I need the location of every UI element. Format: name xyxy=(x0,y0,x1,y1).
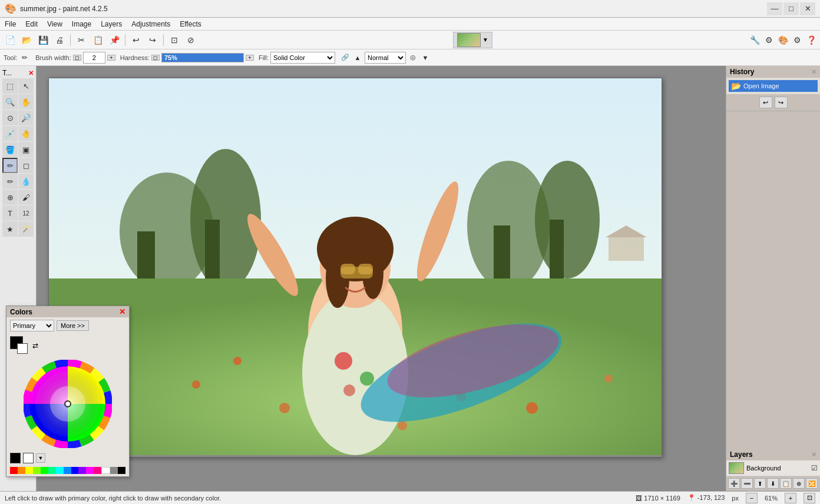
menu-edit[interactable]: Edit xyxy=(21,19,42,29)
tab-dropdown-arrow[interactable]: ▼ xyxy=(482,37,488,43)
palette-violet[interactable] xyxy=(78,467,86,474)
recolor-tool[interactable]: 🖌 xyxy=(18,190,34,205)
help-icon[interactable]: ❓ xyxy=(805,34,818,47)
menu-layers[interactable]: Layers xyxy=(96,19,127,29)
wand-tool[interactable]: 🪄 xyxy=(18,221,34,237)
move-layer-up-button[interactable]: ⬆ xyxy=(754,478,766,489)
duplicate-layer-button[interactable]: 📋 xyxy=(780,478,792,489)
history-close-button[interactable]: ✕ xyxy=(811,68,816,76)
text-tool[interactable]: T xyxy=(2,205,18,221)
palette-magenta[interactable] xyxy=(86,467,94,474)
current-tool-icon[interactable]: ✏ xyxy=(19,52,31,64)
paint-bucket-tool[interactable]: 🪣 xyxy=(2,142,18,157)
history-undo-button[interactable]: ↩ xyxy=(759,97,772,108)
swatch-dropdown[interactable]: ▼ xyxy=(36,453,45,463)
palette-black2[interactable] xyxy=(118,467,125,474)
toolbox-close-button[interactable]: ✕ xyxy=(28,69,34,77)
brush-width-input[interactable] xyxy=(83,52,105,64)
redo-button[interactable]: ↪ xyxy=(145,32,160,48)
colors-close-button[interactable]: ✕ xyxy=(119,307,125,316)
minimize-button[interactable]: — xyxy=(767,2,782,15)
clone-stamp-tool[interactable]: ⊕ xyxy=(2,190,18,205)
window-close-button[interactable]: ✕ xyxy=(800,2,815,15)
flatten-button[interactable]: 🔀 xyxy=(806,478,818,489)
menu-adjustments[interactable]: Adjustments xyxy=(127,19,175,29)
color-picker-tool[interactable]: 💉 xyxy=(2,126,18,141)
menu-image[interactable]: Image xyxy=(67,19,96,29)
blend-icon-2[interactable]: ▲ xyxy=(352,52,363,63)
hardness-bar[interactable]: 75% xyxy=(161,53,244,62)
palette-yellow[interactable] xyxy=(25,467,33,474)
white-swatch[interactable] xyxy=(23,453,34,463)
delete-layer-button[interactable]: ➖ xyxy=(741,478,753,489)
deselect-button[interactable]: ⊘ xyxy=(183,32,199,48)
layer-visibility-check[interactable]: ☑ xyxy=(811,464,818,472)
shape-tool[interactable]: ★ xyxy=(2,221,18,237)
swap-colors-icon[interactable]: ⇄ xyxy=(32,341,38,350)
color-wheel[interactable] xyxy=(24,360,112,448)
gear-icon[interactable]: ⚙ xyxy=(791,34,804,47)
palette-azure[interactable] xyxy=(64,467,71,474)
zoom-increase-button[interactable]: + xyxy=(785,493,796,503)
cut-button[interactable]: ✂ xyxy=(74,32,89,48)
fill-selection-tool[interactable]: ▣ xyxy=(18,142,34,157)
colors-more-button[interactable]: More >> xyxy=(57,320,89,331)
blend-mode-select[interactable]: Normal Multiply Screen xyxy=(365,52,406,64)
paste-button[interactable]: 📌 xyxy=(107,32,122,48)
history-item-open-image[interactable]: 📂 Open Image xyxy=(729,80,818,92)
maximize-button[interactable]: □ xyxy=(783,2,799,15)
blend-dropdown[interactable]: ▼ xyxy=(420,52,431,63)
palette-spring[interactable] xyxy=(48,467,56,474)
menu-file[interactable]: File xyxy=(0,19,21,29)
black-swatch[interactable] xyxy=(10,453,21,463)
merge-layer-button[interactable]: ⊕ xyxy=(793,478,805,489)
layers-close-button[interactable]: ✕ xyxy=(811,451,816,459)
palette-gray[interactable] xyxy=(110,467,118,474)
save-button[interactable]: 💾 xyxy=(35,32,51,48)
eyedropper-tool[interactable]: 💧 xyxy=(18,174,34,189)
hardness-increase[interactable]: + xyxy=(246,55,254,61)
crop-button[interactable]: ⊡ xyxy=(167,32,182,48)
fill-select[interactable]: Solid Color Linear Gradient Radial Gradi… xyxy=(270,52,335,64)
hardness-decrease[interactable]: ◻ xyxy=(151,55,160,61)
ellipse-select-tool[interactable]: ⊙ xyxy=(2,110,18,125)
canvas-image[interactable] xyxy=(49,78,662,455)
palette-red[interactable] xyxy=(10,467,18,474)
pencil-tool[interactable]: ✏ xyxy=(2,174,18,189)
palette-cyan[interactable] xyxy=(56,467,64,474)
zoom-in-tool[interactable]: 🔎 xyxy=(18,110,34,125)
palette-rose[interactable] xyxy=(94,467,101,474)
undo-button[interactable]: ↩ xyxy=(128,32,144,48)
layer-background[interactable]: Background ☑ xyxy=(726,460,820,476)
menu-effects[interactable]: Effects xyxy=(175,19,206,29)
blend-icon-1[interactable]: 🔗 xyxy=(340,52,351,63)
palette-chartreuse[interactable] xyxy=(33,467,41,474)
menu-view[interactable]: View xyxy=(42,19,67,29)
layers-panel-header[interactable]: Layers ✕ xyxy=(726,449,820,460)
print-button[interactable]: 🖨 xyxy=(52,32,67,48)
move-layer-down-button[interactable]: ⬇ xyxy=(767,478,779,489)
pan2-tool[interactable]: 🤚 xyxy=(18,126,34,141)
brush-width-decrease[interactable]: ◻ xyxy=(73,55,81,61)
move-tool[interactable]: ↖ xyxy=(18,78,34,94)
blend-icon-3[interactable]: ◎ xyxy=(408,52,418,63)
canvas-area[interactable] xyxy=(37,66,726,491)
colors-mode-select[interactable]: Primary Secondary xyxy=(10,320,54,331)
brush-width-increase[interactable]: + xyxy=(107,55,115,61)
open-file-button[interactable]: 📂 xyxy=(19,32,34,48)
color-settings-icon[interactable]: 🎨 xyxy=(776,34,789,47)
new-file-button[interactable]: 📄 xyxy=(2,32,18,48)
add-layer-button[interactable]: ➕ xyxy=(728,478,740,489)
settings-icon-1[interactable]: 🔧 xyxy=(748,34,761,47)
palette-white2[interactable] xyxy=(101,467,110,474)
rectangle-select-tool[interactable]: ⬚ xyxy=(2,78,18,94)
settings-icon-2[interactable]: ⚙ xyxy=(762,34,775,47)
zoom-fit-button[interactable]: ⊡ xyxy=(804,493,815,503)
zoom-tool[interactable]: 🔍 xyxy=(2,94,18,110)
pan-tool[interactable]: ✋ xyxy=(18,94,34,110)
image-tab[interactable]: ▼ xyxy=(453,32,492,48)
paintbrush-tool[interactable]: ✏ xyxy=(2,158,18,173)
secondary-color-swatch[interactable] xyxy=(17,343,28,354)
zoom-decrease-button[interactable]: − xyxy=(746,493,758,503)
palette-blue[interactable] xyxy=(71,467,79,474)
